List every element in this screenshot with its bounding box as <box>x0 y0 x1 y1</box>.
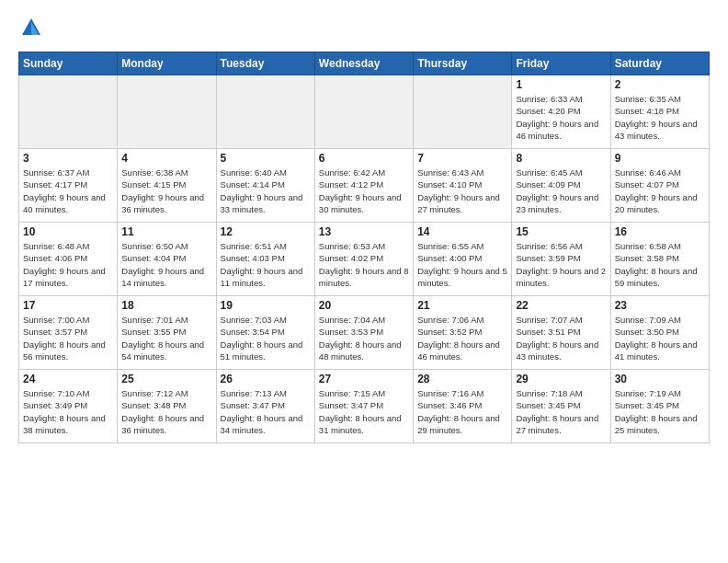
day-number: 25 <box>121 373 211 385</box>
page: SundayMondayTuesdayWednesdayThursdayFrid… <box>0 0 728 563</box>
calendar-table: SundayMondayTuesdayWednesdayThursdayFrid… <box>18 52 710 443</box>
day-info: Sunrise: 7:00 AM Sunset: 3:57 PM Dayligh… <box>23 314 113 362</box>
day-number: 5 <box>221 152 311 165</box>
calendar-week-2: 10Sunrise: 6:48 AM Sunset: 4:06 PM Dayli… <box>19 223 710 296</box>
calendar-week-3: 17Sunrise: 7:00 AM Sunset: 3:57 PM Dayli… <box>19 296 710 370</box>
calendar-cell: 15Sunrise: 6:56 AM Sunset: 3:59 PM Dayli… <box>512 223 610 296</box>
day-number: 22 <box>516 299 606 312</box>
calendar-cell: 17Sunrise: 7:00 AM Sunset: 3:57 PM Dayli… <box>19 296 118 370</box>
day-info: Sunrise: 6:43 AM Sunset: 4:10 PM Dayligh… <box>417 167 507 215</box>
day-number: 15 <box>516 225 606 238</box>
weekday-header-tuesday: Tuesday <box>216 52 314 75</box>
calendar-cell <box>314 75 413 149</box>
weekday-header-thursday: Thursday <box>414 52 512 75</box>
calendar-cell: 16Sunrise: 6:58 AM Sunset: 3:58 PM Dayli… <box>610 223 709 296</box>
calendar-cell: 6Sunrise: 6:42 AM Sunset: 4:12 PM Daylig… <box>314 149 413 223</box>
calendar-cell: 19Sunrise: 7:03 AM Sunset: 3:54 PM Dayli… <box>216 296 314 370</box>
calendar-cell: 12Sunrise: 6:51 AM Sunset: 4:03 PM Dayli… <box>216 223 314 296</box>
calendar-cell: 1Sunrise: 6:33 AM Sunset: 4:20 PM Daylig… <box>512 75 610 149</box>
day-info: Sunrise: 6:35 AM Sunset: 4:18 PM Dayligh… <box>615 93 705 142</box>
calendar-cell: 25Sunrise: 7:12 AM Sunset: 3:48 PM Dayli… <box>118 370 216 443</box>
header <box>18 15 710 40</box>
day-info: Sunrise: 6:58 AM Sunset: 3:58 PM Dayligh… <box>615 240 705 289</box>
day-number: 19 <box>221 299 311 312</box>
day-number: 1 <box>516 78 606 91</box>
day-number: 4 <box>121 152 211 165</box>
calendar-cell: 24Sunrise: 7:10 AM Sunset: 3:49 PM Dayli… <box>19 370 118 443</box>
day-info: Sunrise: 6:46 AM Sunset: 4:07 PM Dayligh… <box>615 167 705 215</box>
day-info: Sunrise: 7:10 AM Sunset: 3:49 PM Dayligh… <box>23 387 113 436</box>
day-number: 13 <box>319 225 409 238</box>
day-number: 20 <box>319 299 409 312</box>
calendar-cell: 9Sunrise: 6:46 AM Sunset: 4:07 PM Daylig… <box>610 149 709 223</box>
calendar-cell: 3Sunrise: 6:37 AM Sunset: 4:17 PM Daylig… <box>19 149 118 223</box>
day-info: Sunrise: 6:51 AM Sunset: 4:03 PM Dayligh… <box>221 240 311 289</box>
day-number: 23 <box>615 299 705 312</box>
calendar-cell: 4Sunrise: 6:38 AM Sunset: 4:15 PM Daylig… <box>118 149 216 223</box>
day-info: Sunrise: 6:37 AM Sunset: 4:17 PM Dayligh… <box>23 167 113 215</box>
calendar-header-row: SundayMondayTuesdayWednesdayThursdayFrid… <box>19 52 710 75</box>
calendar-cell: 27Sunrise: 7:15 AM Sunset: 3:47 PM Dayli… <box>314 370 413 443</box>
calendar-cell: 23Sunrise: 7:09 AM Sunset: 3:50 PM Dayli… <box>610 296 709 370</box>
day-info: Sunrise: 7:01 AM Sunset: 3:55 PM Dayligh… <box>121 314 211 362</box>
day-info: Sunrise: 7:18 AM Sunset: 3:45 PM Dayligh… <box>516 387 606 436</box>
day-number: 18 <box>121 299 211 312</box>
day-info: Sunrise: 6:50 AM Sunset: 4:04 PM Dayligh… <box>121 240 211 289</box>
calendar-cell: 8Sunrise: 6:45 AM Sunset: 4:09 PM Daylig… <box>512 149 610 223</box>
day-number: 10 <box>23 225 113 238</box>
logo <box>18 15 48 40</box>
day-info: Sunrise: 6:56 AM Sunset: 3:59 PM Dayligh… <box>516 240 606 289</box>
calendar-cell: 26Sunrise: 7:13 AM Sunset: 3:47 PM Dayli… <box>216 370 314 443</box>
day-info: Sunrise: 6:55 AM Sunset: 4:00 PM Dayligh… <box>417 240 507 289</box>
day-number: 24 <box>23 373 113 385</box>
calendar-cell <box>19 75 118 149</box>
calendar-cell: 10Sunrise: 6:48 AM Sunset: 4:06 PM Dayli… <box>19 223 118 296</box>
calendar-cell: 11Sunrise: 6:50 AM Sunset: 4:04 PM Dayli… <box>118 223 216 296</box>
calendar-cell: 30Sunrise: 7:19 AM Sunset: 3:45 PM Dayli… <box>610 370 709 443</box>
weekday-header-wednesday: Wednesday <box>314 52 413 75</box>
day-number: 14 <box>417 225 507 238</box>
day-number: 21 <box>417 299 507 312</box>
day-info: Sunrise: 7:13 AM Sunset: 3:47 PM Dayligh… <box>221 387 311 436</box>
calendar-week-4: 24Sunrise: 7:10 AM Sunset: 3:49 PM Dayli… <box>19 370 710 443</box>
calendar-week-0: 1Sunrise: 6:33 AM Sunset: 4:20 PM Daylig… <box>19 75 710 149</box>
day-number: 2 <box>615 78 705 91</box>
calendar-cell: 2Sunrise: 6:35 AM Sunset: 4:18 PM Daylig… <box>610 75 709 149</box>
day-info: Sunrise: 6:53 AM Sunset: 4:02 PM Dayligh… <box>319 240 409 289</box>
day-info: Sunrise: 7:06 AM Sunset: 3:52 PM Dayligh… <box>417 314 507 362</box>
day-info: Sunrise: 7:12 AM Sunset: 3:48 PM Dayligh… <box>121 387 211 436</box>
calendar-cell <box>118 75 216 149</box>
day-number: 6 <box>319 152 409 165</box>
day-info: Sunrise: 7:09 AM Sunset: 3:50 PM Dayligh… <box>615 314 705 362</box>
day-info: Sunrise: 7:07 AM Sunset: 3:51 PM Dayligh… <box>516 314 606 362</box>
day-info: Sunrise: 6:45 AM Sunset: 4:09 PM Dayligh… <box>516 167 606 215</box>
calendar-cell: 18Sunrise: 7:01 AM Sunset: 3:55 PM Dayli… <box>118 296 216 370</box>
day-number: 17 <box>23 299 113 312</box>
weekday-header-saturday: Saturday <box>610 52 709 75</box>
weekday-header-monday: Monday <box>118 52 216 75</box>
calendar-cell: 28Sunrise: 7:16 AM Sunset: 3:46 PM Dayli… <box>414 370 512 443</box>
day-number: 9 <box>615 152 705 165</box>
calendar-cell: 20Sunrise: 7:04 AM Sunset: 3:53 PM Dayli… <box>314 296 413 370</box>
day-number: 12 <box>221 225 311 238</box>
calendar-cell <box>216 75 314 149</box>
day-number: 26 <box>221 373 311 385</box>
day-info: Sunrise: 6:48 AM Sunset: 4:06 PM Dayligh… <box>23 240 113 289</box>
calendar-cell: 21Sunrise: 7:06 AM Sunset: 3:52 PM Dayli… <box>414 296 512 370</box>
day-number: 16 <box>615 225 705 238</box>
day-info: Sunrise: 7:19 AM Sunset: 3:45 PM Dayligh… <box>615 387 705 436</box>
day-info: Sunrise: 6:40 AM Sunset: 4:14 PM Dayligh… <box>221 167 311 215</box>
weekday-header-friday: Friday <box>512 52 610 75</box>
day-number: 29 <box>516 373 606 385</box>
day-number: 3 <box>23 152 113 165</box>
calendar-cell <box>414 75 512 149</box>
day-info: Sunrise: 6:38 AM Sunset: 4:15 PM Dayligh… <box>121 167 211 215</box>
day-number: 7 <box>417 152 507 165</box>
day-number: 27 <box>319 373 409 385</box>
day-number: 28 <box>417 373 507 385</box>
calendar-cell: 7Sunrise: 6:43 AM Sunset: 4:10 PM Daylig… <box>414 149 512 223</box>
day-info: Sunrise: 6:33 AM Sunset: 4:20 PM Dayligh… <box>516 93 606 142</box>
day-info: Sunrise: 6:42 AM Sunset: 4:12 PM Dayligh… <box>319 167 409 215</box>
calendar-cell: 13Sunrise: 6:53 AM Sunset: 4:02 PM Dayli… <box>314 223 413 296</box>
day-info: Sunrise: 7:04 AM Sunset: 3:53 PM Dayligh… <box>319 314 409 362</box>
